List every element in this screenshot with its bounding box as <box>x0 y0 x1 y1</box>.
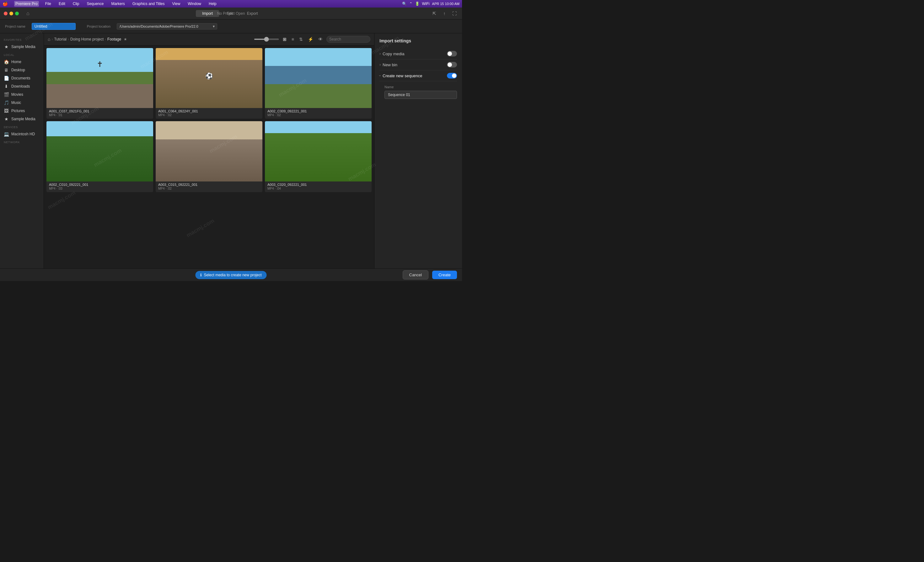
breadcrumb-home-icon[interactable]: ⌂ <box>48 37 50 42</box>
sidebar-item-documents[interactable]: 📄 Documents <box>0 74 44 82</box>
sidebar-item-sample-media-favorites[interactable]: ★ Sample Media <box>0 43 44 51</box>
media-thumb-2 <box>265 48 372 108</box>
media-grid: A001_C037_0921FG_001 MP4 · :01 A001_C064… <box>44 45 374 269</box>
traffic-lights <box>4 12 19 15</box>
menubar-right-icons: 🔍 ⌃ 🔋 WiFi APR 15 10:00 AM <box>402 2 459 6</box>
eye-button[interactable]: 👁 <box>317 36 324 42</box>
downloads-icon: ⬇ <box>4 84 9 89</box>
media-thumb-0 <box>46 48 153 108</box>
toast-notification: ℹ Select media to create new project <box>195 271 267 279</box>
media-meta-2: MP4 · :02 <box>267 113 369 117</box>
create-new-sequence-option[interactable]: › Create new sequence <box>380 70 457 81</box>
bottom-bar: ℹ Select media to create new project Can… <box>0 269 462 281</box>
list-view-button[interactable]: ≡ <box>290 36 296 42</box>
zoom-slider[interactable] <box>254 39 279 40</box>
media-item-4[interactable]: A003_C015_092221_001 MP4 · :02 <box>156 121 262 192</box>
media-name-0: A001_C037_0921FG_001 <box>49 109 151 113</box>
share-icon[interactable]: ↑ <box>441 10 448 17</box>
media-meta-4: MP4 · :02 <box>158 187 260 190</box>
media-info-3: A002_C010_092221_001 MP4 · :03 <box>46 182 153 192</box>
maximize-button[interactable] <box>15 12 19 15</box>
menu-graphics[interactable]: Graphics and Titles <box>131 1 166 7</box>
sidebar-item-pictures[interactable]: 🖼 Pictures <box>0 107 44 115</box>
import-settings-panel: Import settings › Copy media › New bin ›… <box>374 33 462 269</box>
media-item-1[interactable]: A001_C064_09224Y_001 MP4 · :02 <box>156 48 262 119</box>
project-name-label: Project name <box>5 24 26 28</box>
create-button[interactable]: Create <box>432 270 457 279</box>
new-bin-label: New bin <box>382 63 447 67</box>
minimize-button[interactable] <box>9 12 13 15</box>
menu-view[interactable]: View <box>171 1 182 7</box>
desktop-icon: 🖥 <box>4 68 9 72</box>
fullscreen-icon[interactable]: ⛶ <box>451 10 458 17</box>
toast-text: Select media to create new project <box>204 273 261 277</box>
pictures-icon: 🖼 <box>4 108 9 113</box>
sidebar-item-home[interactable]: 🏠 Home <box>0 58 44 66</box>
breadcrumb-tutorial[interactable]: Tutorial <box>54 37 66 41</box>
sidebar: FAVORITES ★ Sample Media LOCAL 🏠 Home 🖥 … <box>0 33 44 269</box>
devices-label: DEVICES <box>0 123 44 130</box>
sidebar-item-downloads[interactable]: ⬇ Downloads <box>0 82 44 90</box>
media-item-0[interactable]: A001_C037_0921FG_001 MP4 · :01 <box>46 48 153 119</box>
local-label: LOCAL <box>0 51 44 58</box>
filter-button[interactable]: ⚡ <box>307 36 315 42</box>
new-bin-option[interactable]: › New bin <box>380 59 457 70</box>
menu-help[interactable]: Help <box>207 1 218 7</box>
breadcrumb-footage[interactable]: Footage <box>107 37 121 41</box>
home-icon[interactable]: ⌂ <box>26 11 30 17</box>
media-item-3[interactable]: A002_C010_092221_001 MP4 · :03 <box>46 121 153 192</box>
copy-media-toggle[interactable] <box>447 51 457 57</box>
breadcrumb-sep-3: › <box>105 37 106 41</box>
menu-clip[interactable]: Clip <box>72 1 81 7</box>
menu-edit[interactable]: Edit <box>57 1 66 7</box>
create-new-toggle[interactable] <box>447 73 457 78</box>
network-label: NETWORK <box>0 138 44 145</box>
project-name-input[interactable] <box>32 23 76 30</box>
expand-icon[interactable]: ⇱ <box>430 10 438 17</box>
project-location-select[interactable]: /Users/admin/Documents/Adobe/Premiere Pr… <box>117 23 217 30</box>
import-panel-title: Import settings <box>380 38 457 43</box>
create-new-label: Create new sequence <box>382 74 447 78</box>
close-button[interactable] <box>4 12 8 15</box>
sidebar-item-movies[interactable]: 🎬 Movies <box>0 90 44 99</box>
menu-file[interactable]: File <box>44 1 52 7</box>
menu-sequence[interactable]: Sequence <box>86 1 105 7</box>
apple-menu[interactable]: 🍎 <box>3 1 8 6</box>
sidebar-item-music[interactable]: 🎵 Music <box>0 99 44 107</box>
media-name-2: A002_C009_092221_001 <box>267 109 369 113</box>
sidebar-item-macintosh[interactable]: 💻 Macintosh HD <box>0 130 44 138</box>
sidebar-item-desktop[interactable]: 🖥 Desktop <box>0 66 44 74</box>
sidebar-item-sample-media-local[interactable]: ★ Sample Media <box>0 115 44 123</box>
media-thumb-1 <box>156 48 262 108</box>
sequence-name-input[interactable] <box>384 91 457 99</box>
no-project-text: No Project Open <box>217 11 245 16</box>
project-location-label: Project location <box>87 24 111 28</box>
menu-markers[interactable]: Markers <box>110 1 126 7</box>
main-layout: FAVORITES ★ Sample Media LOCAL 🏠 Home 🖥 … <box>0 33 462 269</box>
media-info-2: A002_C009_092221_001 MP4 · :02 <box>265 108 372 119</box>
media-info-0: A001_C037_0921FG_001 MP4 · :01 <box>46 108 153 119</box>
search-input[interactable] <box>326 36 370 43</box>
grid-view-button[interactable]: ⊞ <box>282 36 288 42</box>
movies-icon: 🎬 <box>4 92 9 97</box>
copy-media-label: Copy media <box>382 51 447 56</box>
star-icon-local: ★ <box>4 116 9 122</box>
favorites-label: FAVORITES <box>0 36 44 43</box>
content-area: ⌂ › Tutorial › Doing Home project › Foot… <box>44 33 374 269</box>
sequence-name-field-label: Name <box>384 85 457 89</box>
media-item-5[interactable]: A003_C020_092221_001 MP4 · :04 <box>265 121 372 192</box>
breadcrumb-project[interactable]: Doing Home project <box>70 37 104 41</box>
copy-media-chevron: › <box>380 51 381 56</box>
copy-media-option[interactable]: › Copy media <box>380 48 457 59</box>
menu-app-name[interactable]: Premiere Pro <box>14 1 39 7</box>
tab-import[interactable]: Import <box>196 10 219 17</box>
media-name-3: A002_C010_092221_001 <box>49 183 151 186</box>
favorite-star-icon[interactable]: ★ <box>124 37 127 41</box>
media-item-2[interactable]: A002_C009_092221_001 MP4 · :02 <box>265 48 372 119</box>
sort-button[interactable]: ⇅ <box>298 36 304 42</box>
view-controls: ⊞ ≡ ⇅ ⚡ 👁 <box>254 36 370 43</box>
media-meta-3: MP4 · :03 <box>49 187 151 190</box>
cancel-button[interactable]: Cancel <box>403 270 428 279</box>
new-bin-toggle[interactable] <box>447 62 457 68</box>
menu-window[interactable]: Window <box>186 1 202 7</box>
